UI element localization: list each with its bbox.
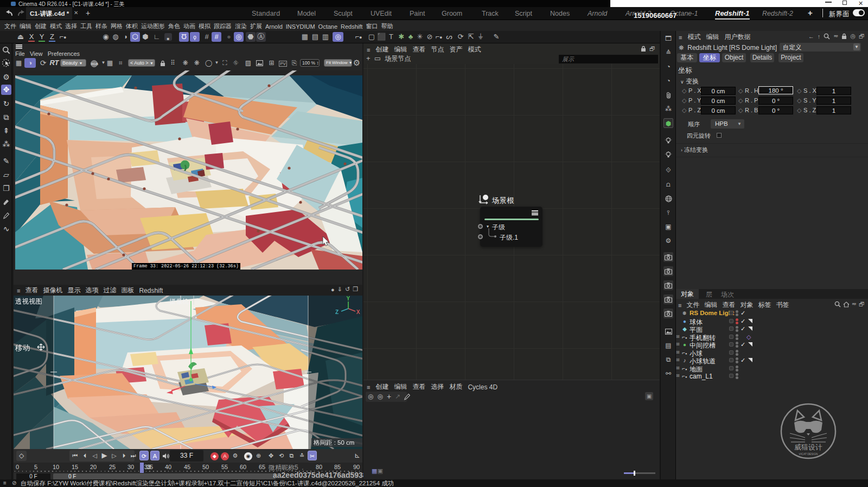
svg-text:Z: Z xyxy=(335,309,339,315)
svg-text:威猫设计: 威猫设计 xyxy=(794,443,822,451)
svg-text:移动: 移动 xyxy=(15,344,30,352)
svg-text:X: X xyxy=(356,309,360,315)
svg-text:摄像机: 摄像机 xyxy=(169,298,189,305)
svg-text:Y: Y xyxy=(347,296,350,302)
svg-text:格间距 : 50 cm: 格间距 : 50 cm xyxy=(313,439,354,446)
svg-text:透视视图: 透视视图 xyxy=(15,298,42,305)
svg-text:VICAT DESIGN: VICAT DESIGN xyxy=(799,452,818,456)
